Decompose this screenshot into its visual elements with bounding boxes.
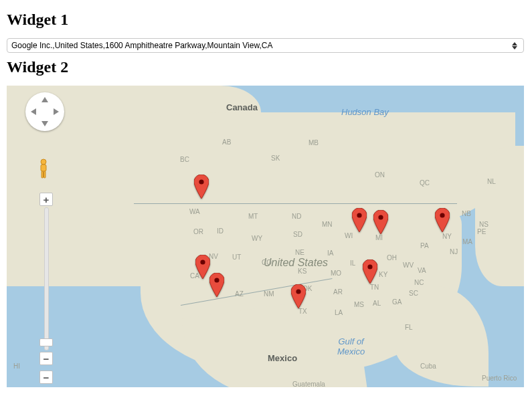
marker-austin-tx[interactable] <box>291 284 306 308</box>
pan-up-icon[interactable] <box>41 97 48 102</box>
svg-point-10 <box>378 215 383 219</box>
pan-down-icon[interactable] <box>41 121 48 126</box>
pan-control <box>25 92 64 131</box>
pan-right-icon[interactable] <box>54 108 59 115</box>
zoom-track <box>44 207 49 350</box>
marker-irvine-ca[interactable] <box>209 273 224 297</box>
zoom-control: + − <box>39 193 53 365</box>
marker-kirkland-wa[interactable] <box>194 175 209 199</box>
landmass-shape <box>475 146 524 286</box>
svg-point-4 <box>200 259 205 264</box>
svg-point-9 <box>357 213 361 217</box>
svg-point-5 <box>214 278 219 282</box>
svg-rect-2 <box>41 171 43 178</box>
zoom-in-button[interactable]: + <box>39 193 53 206</box>
marker-new-york-ny[interactable] <box>435 208 450 232</box>
zoom-out-button[interactable]: − <box>39 352 53 365</box>
landmass-shape <box>395 286 489 387</box>
location-select-wrap: Google Inc.,United States,1600 Amphithea… <box>7 38 524 53</box>
label-hi: HI <box>13 362 20 370</box>
marker-ann-arbor-mi[interactable] <box>373 210 388 234</box>
location-select[interactable]: Google Inc.,United States,1600 Amphithea… <box>7 38 524 53</box>
street-view-zoom-out-button[interactable]: − <box>39 371 53 384</box>
zoom-slider-handle[interactable] <box>39 338 53 346</box>
widget2-title: Widget 2 <box>7 58 525 76</box>
widget1-title: Widget 1 <box>7 11 525 29</box>
marker-madison-wi[interactable] <box>352 208 367 232</box>
svg-point-7 <box>296 289 300 294</box>
svg-rect-1 <box>41 165 46 171</box>
svg-point-0 <box>41 159 46 165</box>
pegman-icon[interactable] <box>35 158 52 181</box>
svg-point-6 <box>199 179 203 184</box>
border-line <box>134 203 457 204</box>
svg-point-8 <box>367 264 372 269</box>
svg-rect-3 <box>44 171 46 178</box>
marker-mountain-view-ca[interactable] <box>195 255 210 279</box>
map-canvas[interactable]: Canada United States Mexico Hudson Bay G… <box>7 86 524 387</box>
pan-left-icon[interactable] <box>31 108 36 115</box>
state-label: MA <box>462 238 472 245</box>
svg-point-11 <box>440 213 444 217</box>
marker-nashville-tn[interactable] <box>363 259 377 284</box>
